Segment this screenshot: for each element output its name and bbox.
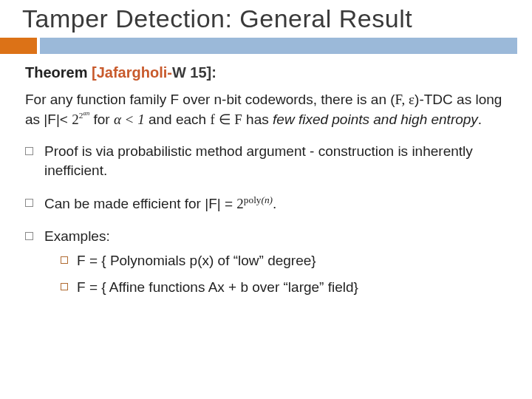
theorem-heading: Theorem [Jafargholi-W 15]: [25, 63, 507, 83]
accent-row [0, 38, 532, 54]
bullet-3-text: Examples: [44, 228, 110, 244]
theorem-statement: For any function family F over n-bit cod… [25, 90, 507, 129]
t-exp2: αn [83, 109, 89, 117]
t-base: 2 [72, 112, 79, 127]
t-high: high entropy [400, 112, 478, 127]
citation-prefix: [Jafargholi- [92, 64, 172, 81]
b2-dot: . [273, 196, 276, 211]
t-fmem: f ∈ F [210, 112, 242, 127]
bullet-2: Can be made efficient for |F| = 2poly(n)… [25, 194, 507, 214]
sub-bullet-list: F = { Polynomials p(x) of “low” degree} … [61, 251, 507, 296]
t-fix: few fixed points [273, 112, 369, 127]
t-dot: . [478, 112, 482, 127]
content: Theorem [Jafargholi-W 15]: For any funct… [0, 54, 532, 297]
b2-base: 2 [236, 196, 244, 211]
t-and2: and [369, 112, 400, 127]
bullet-2-pre: Can be made efficient for |F| = [44, 196, 236, 211]
citation-suffix: W 15]: [172, 64, 216, 81]
t-and: and each [145, 112, 211, 127]
sub-bullet-2: F = { Affine functions Ax + b over “larg… [61, 278, 507, 297]
bullet-2-expr: 2poly(n) [236, 196, 273, 211]
sub-bullet-1-text: F = { Polynomials p(x) of “low” degree} [77, 253, 316, 268]
t-pre: For any function family [25, 92, 170, 107]
title-area: Tamper Detection: General Result [0, 0, 532, 33]
t-power: 22αn [72, 112, 89, 127]
slide-title: Tamper Detection: General Result [22, 4, 532, 33]
b2-n: (n) [262, 194, 273, 205]
bullet-1: Proof is via probabilistic method argume… [25, 142, 507, 180]
sub-bullet-2-text: F = { Affine functions Ax + b over “larg… [77, 279, 358, 295]
t-alpha: α < 1 [114, 112, 145, 127]
slide: Tamper Detection: General Result Theorem… [0, 0, 532, 399]
accent-bar [40, 38, 517, 54]
t-F: F [170, 92, 179, 107]
t-has: has [242, 112, 273, 127]
t-mid3: |< [56, 112, 72, 127]
t-for: for [89, 112, 114, 127]
theorem-label: Theorem [25, 64, 87, 81]
t-F2: F [47, 112, 56, 127]
t-Feps: F, ε [395, 92, 415, 107]
bullet-1-text: Proof is via probabilistic method argume… [44, 143, 473, 178]
accent-block [0, 38, 37, 54]
t-mid1: over n-bit codewords, there is an ( [179, 92, 395, 107]
sub-bullet-1: F = { Polynomials p(x) of “low” degree} [61, 251, 507, 270]
bullet-list: Proof is via probabilistic method argume… [25, 142, 507, 296]
b2-poly: poly [244, 194, 262, 205]
bullet-3: Examples: F = { Polynomials p(x) of “low… [25, 227, 507, 297]
